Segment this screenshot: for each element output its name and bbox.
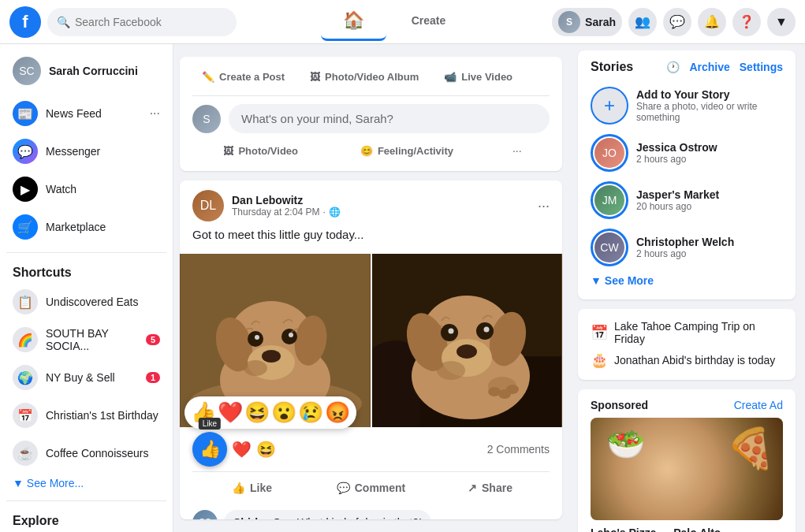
reaction-wow[interactable]: 😮 [271,400,296,425]
shortcuts-see-more[interactable]: ▼ See More... [6,472,166,494]
messenger-icon-btn[interactable]: 💬 [663,8,691,36]
story-jasper[interactable]: JM Jasper's Market 20 hours ago [591,177,783,224]
messenger-nav-icon: 💬 [669,14,685,29]
svg-point-20 [457,344,477,359]
ad-name[interactable]: Lebo's Pizza — Palo Alto [591,526,783,532]
sponsored-header: Sponsored Create Ad [591,399,783,411]
jasper-story-info: Jasper's Market 20 hours ago [636,188,783,212]
event-text: Lake Tahoe Camping Trip on Friday [614,320,783,345]
photo-video-btn[interactable]: 🖼 Photo/Video [215,140,306,162]
sidebar-item-coffee[interactable]: ☕ Coffee Connoisseurs [6,434,166,472]
sidebar-item-messenger[interactable]: 💬 Messenger [6,132,166,170]
reaction-haha[interactable]: 😆 [244,400,270,425]
feeling-activity-btn[interactable]: 😊 Feeling/Activity [352,140,461,162]
sidebar-item-watch[interactable]: ▶ Watch [6,170,166,208]
stories-see-more-label: See More [605,274,654,287]
photo-album-icon: 🖼 [310,71,320,83]
dropdown-btn[interactable]: ▼ [767,8,796,36]
nav-create[interactable]: Create [389,3,468,41]
add-story-label: Add to Your Story [636,88,783,101]
ad-image: 🥗 🍕 [591,418,783,520]
christopher-story-ring: CW [591,229,628,266]
sidebar-item-christians-bday[interactable]: 📅 Christian's 1st Birthday [6,396,166,434]
user-pill[interactable]: S Sarah [552,8,622,36]
live-video-create-icon: 📹 [444,71,457,83]
reactions-row: 👍 ❤️ 😆 😮 😢 😡 👍 Like ❤️ [180,427,562,471]
sidebar-news-feed-label: News Feed [46,107,102,120]
comment-count[interactable]: 2 Comments [487,443,550,456]
svg-point-10 [255,335,259,340]
south-bay-label: SOUTH BAY SOCIA... [46,327,138,352]
archive-btn[interactable]: Archive [689,61,729,73]
sidebar-item-undiscovered-eats[interactable]: 📋 Undiscovered Eats [6,283,166,321]
create-post-btn[interactable]: ✏️ Create a Post [192,66,294,87]
reaction-haha-display: 😆 [256,440,276,459]
post-share-btn[interactable]: ↗ Share [430,475,550,500]
post-author-name[interactable]: Dan Lebowitz [232,194,341,206]
sidebar-item-south-bay[interactable]: 🌈 SOUTH BAY SOCIA... 5 [6,321,166,359]
reaction-angry[interactable]: 😡 [325,400,350,425]
post-menu-btn[interactable]: ··· [538,198,550,214]
add-story-info: Add to Your Story Share a photo, video o… [636,88,783,123]
create-ad-btn[interactable]: Create Ad [734,399,783,411]
bell-icon: 🔔 [704,14,720,29]
commenter-avatar: SS [192,510,218,519]
birthday-icon: 🎂 [591,352,608,369]
search-bar[interactable]: 🔍 [47,8,237,36]
comment-action-icon: 💬 [337,482,350,494]
stories-section: Stories 🕐 Archive Settings + Add to Your… [578,50,796,299]
christopher-story-time: 2 hours ago [636,248,783,259]
sidebar-divider-2 [6,500,166,501]
jasper-story-ring: JM [591,181,628,219]
settings-btn[interactable]: Settings [740,61,783,73]
nav-center: 🏠 Create [237,3,552,41]
jasper-avatar: JM [594,185,624,215]
reaction-love[interactable]: ❤️ [218,400,243,425]
svg-point-24 [484,327,490,333]
live-video-btn[interactable]: 📹 Live Video [434,66,522,87]
create-post-input[interactable]: What's on your mind, Sarah? [229,104,550,133]
home-icon: 🏠 [343,10,364,31]
christopher-avatar: CW [594,233,624,262]
sidebar-item-news-feed[interactable]: 📰 News Feed ··· [6,95,166,132]
add-story-item[interactable]: + Add to Your Story Share a photo, video… [591,82,783,129]
jessica-avatar: JO [594,138,624,168]
add-story-sublabel: Share a photo, video or write something [636,101,783,123]
story-jessica[interactable]: JO Jessica Ostrow 2 hours ago [591,129,783,177]
stories-see-more[interactable]: ▼ See More [591,271,783,290]
pizza-plate-decoration: 🍕 [726,426,775,471]
south-bay-badge: 5 [146,334,160,345]
south-bay-icon: 🌈 [13,327,38,352]
like-circle-btn[interactable]: 👍 Like [192,432,227,467]
create-post-input-row: S What's on your mind, Sarah? [192,104,550,133]
post-actions: 👍 Like 💬 Comment ↗ Share [192,471,550,504]
photo-album-label: Photo/Video Album [325,71,419,83]
sidebar-user[interactable]: SC Sarah Corruccini [6,50,166,91]
news-feed-dots[interactable]: ··· [150,106,160,121]
calendar-icon: 📅 [591,324,608,341]
search-input[interactable] [75,16,227,28]
friends-icon-btn[interactable]: 👥 [628,8,657,36]
create-post-avatar: S [192,105,221,133]
christians-bday-icon: 📅 [13,403,38,428]
friends-icon: 👥 [635,14,650,29]
comment-text-content: What kind of dog is that?! [297,516,422,519]
post-comment-btn[interactable]: 💬 Comment [311,475,430,500]
sidebar-item-marketplace[interactable]: 🛒 Marketplace [6,208,166,246]
bell-icon-btn[interactable]: 🔔 [698,8,726,36]
photo-album-btn[interactable]: 🖼 Photo/Video Album [300,66,428,87]
sidebar-messenger-label: Messenger [46,145,100,158]
nav-home[interactable]: 🏠 [321,3,386,41]
dog-illustration-right [372,254,561,427]
post-like-btn[interactable]: 👍 Like [192,475,311,500]
create-post-label: Create a Post [219,71,285,83]
reaction-sad[interactable]: 😢 [298,400,323,425]
sidebar-item-ny-buy-sell[interactable]: 🌍 NY Buy & Sell 1 [6,359,166,396]
facebook-logo: f [9,6,41,38]
more-options-btn[interactable]: ··· [508,140,527,162]
help-icon-btn[interactable]: ❓ [732,8,761,36]
stories-header: Stories 🕐 Archive Settings [591,60,783,74]
coffee-label: Coffee Connoisseurs [46,447,148,459]
create-post-top-actions: ✏️ Create a Post 🖼 Photo/Video Album 📹 L… [192,66,550,96]
story-christopher[interactable]: CW Christopher Welch 2 hours ago [591,224,783,271]
